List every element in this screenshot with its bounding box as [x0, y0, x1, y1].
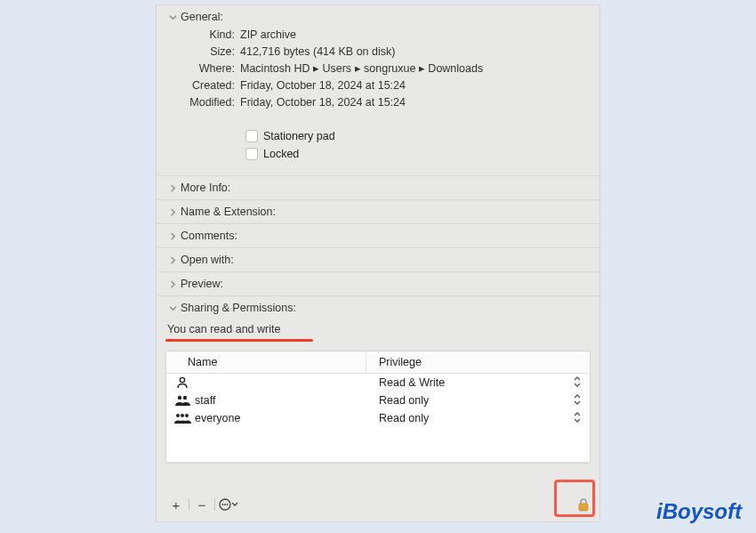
- stepper-icon[interactable]: [574, 411, 583, 425]
- permissions-footer: + −: [157, 488, 599, 521]
- section-general: General: Kind:ZIP archive Size:412,716 b…: [157, 5, 599, 176]
- size-label: Size:: [169, 44, 240, 61]
- col-privilege[interactable]: Privilege: [366, 351, 590, 373]
- section-title: Name & Extension:: [181, 206, 276, 218]
- row-privilege[interactable]: Read & Write: [366, 376, 583, 390]
- divider: [214, 498, 215, 511]
- divider: [189, 498, 189, 511]
- section-name-extension[interactable]: Name & Extension:: [157, 200, 599, 224]
- section-title: Preview:: [181, 278, 223, 290]
- kind-value: ZIP archive: [240, 27, 591, 44]
- svg-point-1: [178, 396, 181, 400]
- svg-point-3: [176, 414, 180, 417]
- where-value: Macintosh HD ▸ Users ▸ songruxue ▸ Downl…: [240, 61, 591, 77]
- table-row[interactable]: staff Read only: [166, 392, 590, 409]
- svg-point-0: [180, 377, 184, 382]
- row-privilege[interactable]: Read only: [366, 393, 583, 408]
- section-title: Sharing & Permissions:: [181, 302, 296, 314]
- group-icon: [173, 394, 191, 407]
- permissions-body: You can read and write Name Privilege Re…: [157, 314, 599, 471]
- locked-label: Locked: [263, 148, 299, 160]
- lock-button[interactable]: [576, 497, 591, 512]
- section-title: Comments:: [181, 230, 237, 242]
- group-icon: [173, 412, 191, 424]
- section-header-general[interactable]: General:: [169, 11, 591, 23]
- permissions-summary: You can read and write: [165, 319, 591, 337]
- stepper-icon[interactable]: [574, 376, 583, 390]
- chevron-right-icon: [169, 184, 177, 192]
- lock-wrap: [576, 497, 591, 512]
- chevron-down-icon: [169, 13, 177, 21]
- svg-point-7: [222, 504, 224, 505]
- svg-point-5: [185, 414, 189, 417]
- user-icon: [173, 376, 191, 390]
- add-button[interactable]: +: [165, 495, 187, 514]
- svg-point-2: [183, 396, 187, 400]
- info-panel: General: Kind:ZIP archive Size:412,716 b…: [156, 4, 600, 522]
- section-title: More Info:: [181, 182, 230, 194]
- row-name: everyone: [191, 412, 366, 424]
- stepper-icon[interactable]: [574, 393, 583, 408]
- permissions-header: Name Privilege: [166, 351, 590, 374]
- table-row[interactable]: everyone Read only: [166, 409, 590, 427]
- section-preview[interactable]: Preview:: [157, 272, 599, 296]
- stationery-label: Stationery pad: [263, 130, 335, 142]
- remove-button[interactable]: −: [191, 495, 213, 514]
- general-body: Kind:ZIP archive Size:412,716 bytes (414…: [169, 23, 591, 170]
- svg-point-9: [227, 504, 229, 505]
- section-open-with[interactable]: Open with:: [157, 248, 599, 272]
- table-row[interactable]: Read & Write: [166, 374, 590, 392]
- svg-point-4: [181, 414, 184, 417]
- row-name: staff: [191, 394, 366, 407]
- chevron-right-icon: [169, 280, 177, 288]
- chevron-right-icon: [169, 256, 177, 264]
- section-title: Open with:: [181, 254, 234, 266]
- row-privilege[interactable]: Read only: [366, 411, 583, 425]
- size-value: 412,716 bytes (414 KB on disk): [240, 44, 591, 61]
- section-comments[interactable]: Comments:: [157, 224, 599, 248]
- modified-label: Modified:: [169, 94, 240, 111]
- section-header-sharing[interactable]: Sharing & Permissions:: [169, 302, 591, 314]
- stationery-checkbox[interactable]: [245, 130, 258, 142]
- locked-checkbox[interactable]: [245, 148, 258, 160]
- action-menu-button[interactable]: [217, 495, 238, 514]
- section-title: General:: [181, 11, 223, 23]
- section-sharing: Sharing & Permissions:: [157, 296, 599, 314]
- chevron-right-icon: [169, 208, 177, 216]
- stationery-row: Stationery pad: [169, 127, 591, 145]
- table-empty-area: [166, 427, 590, 463]
- permissions-table: Name Privilege Read & Write staff: [165, 351, 591, 464]
- section-more-info[interactable]: More Info:: [157, 176, 599, 200]
- where-label: Where:: [169, 61, 240, 77]
- chevron-down-icon: [169, 304, 177, 312]
- locked-row: Locked: [169, 145, 591, 163]
- col-name[interactable]: Name: [166, 351, 366, 373]
- modified-value: Friday, October 18, 2024 at 15:24: [240, 94, 591, 111]
- chevron-right-icon: [169, 232, 177, 240]
- kind-label: Kind:: [169, 27, 240, 44]
- created-value: Friday, October 18, 2024 at 15:24: [240, 77, 591, 94]
- watermark-logo: iBoysoft: [656, 499, 742, 524]
- created-label: Created:: [169, 77, 240, 94]
- svg-rect-10: [579, 504, 588, 511]
- highlight-underline: [165, 339, 313, 342]
- svg-point-8: [224, 504, 226, 505]
